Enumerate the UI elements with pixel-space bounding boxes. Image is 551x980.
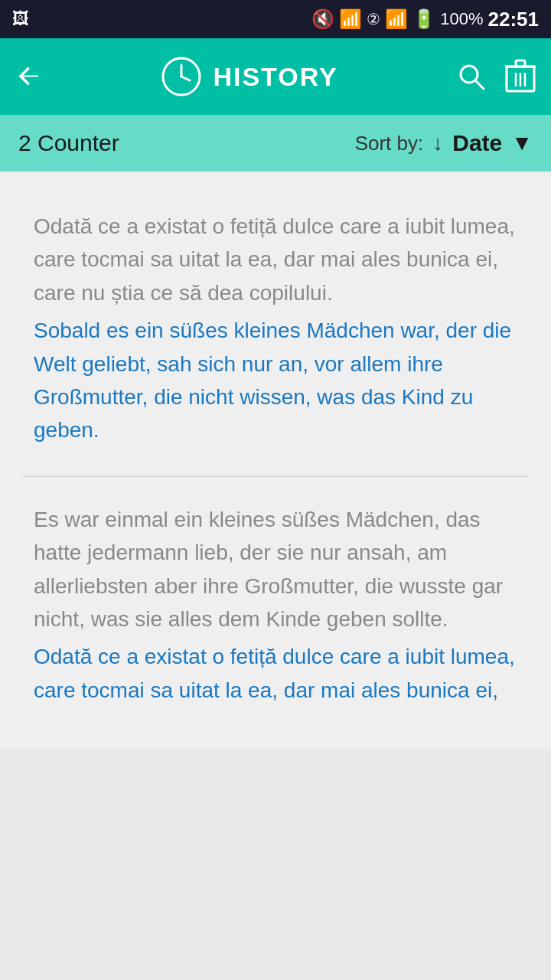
gallery-icon: 🖼 bbox=[12, 9, 29, 29]
history-content: Odată ce a existat o fetiță dulce care a… bbox=[0, 172, 551, 748]
app-bar-title-group: HISTORY bbox=[161, 56, 337, 97]
sim-icon: ② bbox=[367, 10, 380, 28]
status-bar: 🖼 🔇 📶 ② 📶 🔋 100% 22:51 bbox=[0, 0, 551, 38]
battery-icon: 🔋 bbox=[412, 8, 435, 30]
entry-blue-text: Odată ce a existat o fetiță dulce care a… bbox=[34, 640, 517, 707]
history-entry: Es war einmal ein kleines süßes Mädchen,… bbox=[0, 488, 551, 725]
status-icons-right: 🔇 📶 ② 📶 🔋 100% 22:51 bbox=[311, 8, 539, 31]
counter-label: 2 Counter bbox=[18, 130, 119, 156]
battery-percent: 100% bbox=[440, 9, 483, 29]
entry-gray-text: Odată ce a existat o fetiță dulce care a… bbox=[34, 210, 517, 309]
svg-rect-7 bbox=[516, 60, 525, 67]
clock-icon bbox=[161, 56, 202, 97]
app-title-text: HISTORY bbox=[213, 62, 337, 92]
app-bar: HISTORY bbox=[0, 38, 551, 115]
signal-icon: 📶 bbox=[385, 8, 408, 30]
sort-controls[interactable]: Sort by: ↓ Date ▼ bbox=[355, 130, 533, 156]
delete-button[interactable] bbox=[505, 59, 536, 94]
svg-line-2 bbox=[181, 77, 190, 80]
back-button[interactable] bbox=[15, 63, 43, 90]
history-entry: Odată ce a existat o fetiță dulce care a… bbox=[0, 194, 551, 466]
sort-value: Date bbox=[452, 130, 502, 156]
entry-blue-text: Sobald es ein süßes kleines Mädchen war,… bbox=[34, 314, 517, 447]
clock-status: 22:51 bbox=[488, 8, 540, 31]
sort-direction-icon: ↓ bbox=[432, 131, 443, 155]
status-icons-left: 🖼 bbox=[12, 9, 29, 29]
mute-icon: 🔇 bbox=[311, 8, 334, 30]
dropdown-chevron-icon[interactable]: ▼ bbox=[511, 131, 533, 155]
wifi-icon: 📶 bbox=[339, 8, 362, 30]
sort-by-label: Sort by: bbox=[355, 132, 424, 155]
svg-line-4 bbox=[475, 80, 484, 89]
app-bar-actions bbox=[456, 59, 536, 94]
sort-bar: 2 Counter Sort by: ↓ Date ▼ bbox=[0, 115, 551, 172]
search-button[interactable] bbox=[456, 61, 487, 92]
entry-gray-text: Es war einmal ein kleines süßes Mädchen,… bbox=[34, 503, 517, 636]
entry-divider bbox=[23, 476, 528, 477]
